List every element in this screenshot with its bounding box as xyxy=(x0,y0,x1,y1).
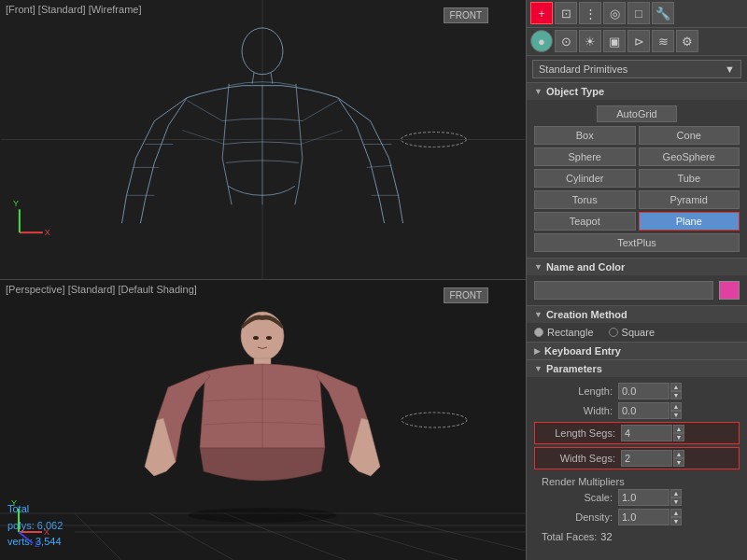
length-spin: ▲ ▼ xyxy=(670,383,682,399)
create-button[interactable]: + xyxy=(530,2,553,24)
width-segs-label: Width Segs: xyxy=(537,453,621,464)
textplus-button[interactable]: TextPlus xyxy=(534,233,740,252)
square-radio-circle xyxy=(609,328,618,337)
geometry-button[interactable]: ● xyxy=(530,30,553,52)
cylinder-button[interactable]: Cylinder xyxy=(534,169,636,188)
shapes-button[interactable]: ⊙ xyxy=(555,30,577,52)
creation-method-arrow: ▼ xyxy=(534,310,543,319)
width-label: Width: xyxy=(534,405,618,416)
object-name-input[interactable] xyxy=(534,281,713,300)
box-button[interactable]: Box xyxy=(534,126,636,145)
viewport-bottom[interactable]: [Perspective] [Standard] [Default Shadin… xyxy=(0,280,526,560)
length-segs-up[interactable]: ▲ xyxy=(673,425,684,433)
width-up[interactable]: ▲ xyxy=(670,402,682,411)
total-faces-label: Total Faces: xyxy=(542,531,597,542)
parameters-label: Parameters xyxy=(546,363,602,374)
creation-method-label: Creation Method xyxy=(546,309,627,320)
width-input[interactable] xyxy=(618,402,669,419)
width-spin: ▲ ▼ xyxy=(670,402,682,419)
density-up[interactable]: ▲ xyxy=(670,509,682,517)
sphere-button[interactable]: Sphere xyxy=(534,147,636,166)
lights-button[interactable]: ☀ xyxy=(579,30,601,52)
width-segs-input[interactable] xyxy=(621,450,672,467)
rectangle-radio[interactable]: Rectangle xyxy=(534,327,594,338)
display-button[interactable]: □ xyxy=(627,2,650,24)
svg-text:Y: Y xyxy=(11,498,17,508)
teapot-button[interactable]: Teapot xyxy=(534,212,636,231)
pyramid-button[interactable]: Pyramid xyxy=(639,190,740,209)
rectangle-radio-circle xyxy=(534,328,543,337)
length-label: Length: xyxy=(534,385,618,397)
hierarchy-button[interactable]: ⋮ xyxy=(579,2,601,24)
systems-button[interactable]: ⚙ xyxy=(676,30,698,52)
viewport-area: [Front] [Standard] [Wireframe] FRONT X Y xyxy=(0,0,526,560)
length-up[interactable]: ▲ xyxy=(670,383,682,391)
svg-text:Y: Y xyxy=(13,199,19,208)
creation-method-header[interactable]: ▼ Creation Method xyxy=(527,305,747,323)
scale-up[interactable]: ▲ xyxy=(670,489,682,497)
density-input[interactable] xyxy=(618,509,669,525)
svg-text:X: X xyxy=(45,228,50,237)
square-label: Square xyxy=(622,327,655,338)
length-segs-label: Length Segs: xyxy=(537,427,621,439)
helpers-button[interactable]: ⊳ xyxy=(627,30,650,52)
toolbar: + ⊡ ⋮ ◎ □ 🔧 ● ⊙ ☀ ▣ ⊳ ≋ ⚙ xyxy=(527,0,747,56)
scale-row: Scale: ▲ ▼ xyxy=(534,489,740,506)
panel-content[interactable]: ▼ Object Type AutoGrid Box Cone Sphere G… xyxy=(527,82,747,560)
svg-text:X: X xyxy=(44,527,49,537)
parameters-body: Length: ▲ ▼ Width: ▲ ▼ xyxy=(527,377,747,551)
object-type-arrow: ▼ xyxy=(534,87,543,96)
length-segs-input[interactable] xyxy=(621,425,672,441)
width-row: Width: ▲ ▼ xyxy=(534,402,740,419)
cameras-button[interactable]: ▣ xyxy=(603,30,626,52)
parameters-arrow: ▼ xyxy=(534,364,543,373)
density-label: Density: xyxy=(534,511,618,523)
length-segs-down[interactable]: ▼ xyxy=(673,433,684,441)
object-type-header[interactable]: ▼ Object Type xyxy=(527,82,747,100)
keyboard-entry-header[interactable]: ▶ Keyboard Entry xyxy=(527,342,747,359)
width-segs-up[interactable]: ▲ xyxy=(673,450,684,458)
plane-button[interactable]: Plane xyxy=(639,212,740,231)
total-faces-value: 32 xyxy=(600,531,612,542)
dropdown-arrow: ▼ xyxy=(725,63,735,75)
density-row: Density: ▲ ▼ xyxy=(534,509,740,525)
spacewarp-button[interactable]: ≋ xyxy=(652,30,674,52)
utilities-button[interactable]: 🔧 xyxy=(652,2,674,24)
dropdown-row: Standard Primitives ▼ xyxy=(527,56,747,82)
keyboard-entry-label: Keyboard Entry xyxy=(544,345,621,357)
cone-button[interactable]: Cone xyxy=(639,126,740,145)
length-down[interactable]: ▼ xyxy=(670,391,682,399)
scale-down[interactable]: ▼ xyxy=(670,497,682,506)
scale-label: Scale: xyxy=(534,492,618,503)
svg-point-30 xyxy=(402,413,467,427)
length-segs-spin: ▲ ▼ xyxy=(673,425,684,441)
parameters-header[interactable]: ▼ Parameters xyxy=(527,359,747,377)
modify-button[interactable]: ⊡ xyxy=(555,2,577,24)
svg-point-27 xyxy=(266,336,272,340)
density-spin: ▲ ▼ xyxy=(670,509,682,525)
motion-button[interactable]: ◎ xyxy=(603,2,626,24)
object-type-label: Object Type xyxy=(546,86,604,97)
name-color-header[interactable]: ▼ Name and Color xyxy=(527,258,747,275)
front-badge-top: FRONT xyxy=(444,7,488,23)
viewport-top-label: [Front] [Standard] [Wireframe] xyxy=(6,4,142,15)
dropdown-label: Standard Primitives xyxy=(539,63,627,75)
tube-button[interactable]: Tube xyxy=(639,169,740,188)
name-color-body xyxy=(527,275,747,305)
viewport-top[interactable]: [Front] [Standard] [Wireframe] FRONT X Y xyxy=(0,0,526,280)
width-down[interactable]: ▼ xyxy=(670,411,682,419)
density-down[interactable]: ▼ xyxy=(670,517,682,525)
scale-input[interactable] xyxy=(618,489,669,506)
length-input[interactable] xyxy=(618,383,669,399)
right-panel: + ⊡ ⋮ ◎ □ 🔧 ● ⊙ ☀ ▣ ⊳ ≋ ⚙ Standard Primi… xyxy=(526,0,747,560)
torus-button[interactable]: Torus xyxy=(534,190,636,209)
geosphere-button[interactable]: GeoSphere xyxy=(639,147,740,166)
color-swatch[interactable] xyxy=(719,281,740,300)
standard-primitives-dropdown[interactable]: Standard Primitives ▼ xyxy=(532,60,741,78)
square-radio[interactable]: Square xyxy=(609,327,655,338)
width-segs-down[interactable]: ▼ xyxy=(673,458,684,467)
autogrid-button[interactable]: AutoGrid xyxy=(597,105,676,122)
svg-line-12 xyxy=(75,513,121,560)
keyboard-entry-arrow: ▶ xyxy=(534,346,541,356)
width-segs-row: Width Segs: ▲ ▼ xyxy=(534,447,740,469)
